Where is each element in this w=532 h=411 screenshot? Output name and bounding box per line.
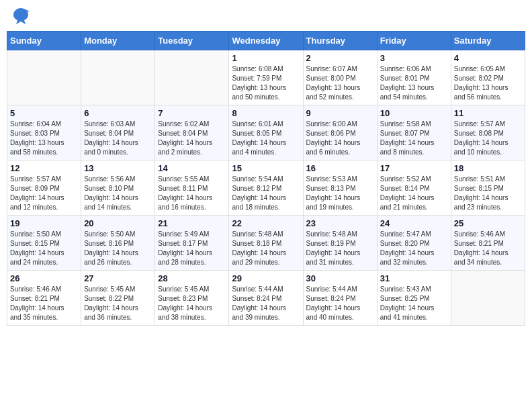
calendar-cell: 30Sunrise: 5:44 AM Sunset: 8:24 PM Dayli…: [303, 271, 377, 326]
day-number: 11: [454, 108, 522, 118]
calendar-cell: 17Sunrise: 5:52 AM Sunset: 8:14 PM Dayli…: [377, 161, 451, 216]
calendar-cell: 27Sunrise: 5:45 AM Sunset: 8:22 PM Dayli…: [81, 271, 155, 326]
col-header-sunday: Sunday: [7, 32, 81, 50]
calendar-cell: 12Sunrise: 5:57 AM Sunset: 8:09 PM Dayli…: [7, 161, 81, 216]
calendar-cell: 3Sunrise: 6:06 AM Sunset: 8:01 PM Daylig…: [377, 50, 451, 105]
calendar-cell: 5Sunrise: 6:04 AM Sunset: 8:03 PM Daylig…: [7, 105, 81, 161]
calendar-week-2: 5Sunrise: 6:04 AM Sunset: 8:03 PM Daylig…: [7, 105, 525, 161]
day-info: Sunrise: 6:05 AM Sunset: 8:02 PM Dayligh…: [454, 64, 522, 102]
calendar-table: SundayMondayTuesdayWednesdayThursdayFrid…: [7, 31, 525, 326]
day-number: 17: [380, 163, 448, 173]
day-info: Sunrise: 6:08 AM Sunset: 7:59 PM Dayligh…: [232, 64, 300, 102]
day-info: Sunrise: 5:45 AM Sunset: 8:22 PM Dayligh…: [84, 285, 152, 322]
day-info: Sunrise: 6:07 AM Sunset: 8:00 PM Dayligh…: [306, 64, 374, 102]
calendar-week-4: 19Sunrise: 5:50 AM Sunset: 8:15 PM Dayli…: [7, 216, 525, 271]
logo: [9, 7, 31, 26]
calendar-cell: 1Sunrise: 6:08 AM Sunset: 7:59 PM Daylig…: [229, 50, 303, 105]
day-number: 22: [232, 218, 300, 228]
day-info: Sunrise: 5:52 AM Sunset: 8:14 PM Dayligh…: [380, 175, 448, 212]
day-number: 5: [10, 108, 78, 118]
day-info: Sunrise: 5:46 AM Sunset: 8:21 PM Dayligh…: [454, 230, 522, 267]
calendar-cell: 29Sunrise: 5:44 AM Sunset: 8:24 PM Dayli…: [229, 271, 303, 326]
day-number: 9: [306, 108, 374, 118]
col-header-tuesday: Tuesday: [155, 32, 229, 50]
day-number: 14: [158, 163, 226, 173]
col-header-wednesday: Wednesday: [229, 32, 303, 50]
day-info: Sunrise: 5:57 AM Sunset: 8:09 PM Dayligh…: [10, 175, 78, 212]
day-info: Sunrise: 5:50 AM Sunset: 8:15 PM Dayligh…: [10, 230, 78, 267]
day-info: Sunrise: 5:49 AM Sunset: 8:17 PM Dayligh…: [158, 230, 226, 267]
day-info: Sunrise: 6:01 AM Sunset: 8:05 PM Dayligh…: [232, 120, 300, 157]
day-info: Sunrise: 6:06 AM Sunset: 8:01 PM Dayligh…: [380, 64, 448, 102]
calendar-cell: [7, 50, 81, 105]
day-info: Sunrise: 5:56 AM Sunset: 8:10 PM Dayligh…: [84, 175, 152, 212]
calendar-cell: 4Sunrise: 6:05 AM Sunset: 8:02 PM Daylig…: [451, 50, 525, 105]
col-header-friday: Friday: [377, 32, 451, 50]
calendar-cell: 10Sunrise: 5:58 AM Sunset: 8:07 PM Dayli…: [377, 105, 451, 161]
day-number: 1: [232, 53, 300, 63]
calendar-cell: [81, 50, 155, 105]
day-info: Sunrise: 5:57 AM Sunset: 8:08 PM Dayligh…: [454, 120, 522, 157]
day-info: Sunrise: 5:47 AM Sunset: 8:20 PM Dayligh…: [380, 230, 448, 267]
day-number: 12: [10, 163, 78, 173]
day-info: Sunrise: 5:53 AM Sunset: 8:13 PM Dayligh…: [306, 175, 374, 212]
page-header: [7, 7, 525, 26]
day-number: 16: [306, 163, 374, 173]
calendar-cell: 7Sunrise: 6:02 AM Sunset: 8:04 PM Daylig…: [155, 105, 229, 161]
calendar-cell: 15Sunrise: 5:54 AM Sunset: 8:12 PM Dayli…: [229, 161, 303, 216]
day-number: 6: [84, 108, 152, 118]
calendar-cell: [155, 50, 229, 105]
day-number: 23: [306, 218, 374, 228]
day-number: 2: [306, 53, 374, 63]
calendar-cell: 23Sunrise: 5:48 AM Sunset: 8:19 PM Dayli…: [303, 216, 377, 271]
day-number: 26: [10, 273, 78, 283]
day-info: Sunrise: 5:46 AM Sunset: 8:21 PM Dayligh…: [10, 285, 78, 322]
day-number: 25: [454, 218, 522, 228]
day-number: 13: [84, 163, 152, 173]
day-info: Sunrise: 5:44 AM Sunset: 8:24 PM Dayligh…: [306, 285, 374, 322]
calendar-cell: 16Sunrise: 5:53 AM Sunset: 8:13 PM Dayli…: [303, 161, 377, 216]
day-number: 20: [84, 218, 152, 228]
calendar-cell: 31Sunrise: 5:43 AM Sunset: 8:25 PM Dayli…: [377, 271, 451, 326]
calendar-cell: 22Sunrise: 5:48 AM Sunset: 8:18 PM Dayli…: [229, 216, 303, 271]
day-number: 28: [158, 273, 226, 283]
day-info: Sunrise: 6:04 AM Sunset: 8:03 PM Dayligh…: [10, 120, 78, 157]
day-number: 7: [158, 108, 226, 118]
day-number: 18: [454, 163, 522, 173]
day-number: 24: [380, 218, 448, 228]
calendar-cell: 2Sunrise: 6:07 AM Sunset: 8:00 PM Daylig…: [303, 50, 377, 105]
calendar-cell: 24Sunrise: 5:47 AM Sunset: 8:20 PM Dayli…: [377, 216, 451, 271]
day-number: 21: [158, 218, 226, 228]
day-info: Sunrise: 5:44 AM Sunset: 8:24 PM Dayligh…: [232, 285, 300, 322]
day-number: 30: [306, 273, 374, 283]
calendar-cell: 18Sunrise: 5:51 AM Sunset: 8:15 PM Dayli…: [451, 161, 525, 216]
day-number: 19: [10, 218, 78, 228]
day-info: Sunrise: 6:00 AM Sunset: 8:06 PM Dayligh…: [306, 120, 374, 157]
day-info: Sunrise: 5:48 AM Sunset: 8:18 PM Dayligh…: [232, 230, 300, 267]
day-info: Sunrise: 5:55 AM Sunset: 8:11 PM Dayligh…: [158, 175, 226, 212]
day-info: Sunrise: 5:51 AM Sunset: 8:15 PM Dayligh…: [454, 175, 522, 212]
day-number: 4: [454, 53, 522, 63]
day-info: Sunrise: 6:03 AM Sunset: 8:04 PM Dayligh…: [84, 120, 152, 157]
calendar-week-5: 26Sunrise: 5:46 AM Sunset: 8:21 PM Dayli…: [7, 271, 525, 326]
day-number: 29: [232, 273, 300, 283]
day-number: 15: [232, 163, 300, 173]
calendar-cell: 6Sunrise: 6:03 AM Sunset: 8:04 PM Daylig…: [81, 105, 155, 161]
calendar-cell: 20Sunrise: 5:50 AM Sunset: 8:16 PM Dayli…: [81, 216, 155, 271]
day-info: Sunrise: 5:58 AM Sunset: 8:07 PM Dayligh…: [380, 120, 448, 157]
calendar-week-1: 1Sunrise: 6:08 AM Sunset: 7:59 PM Daylig…: [7, 50, 525, 105]
calendar-cell: 13Sunrise: 5:56 AM Sunset: 8:10 PM Dayli…: [81, 161, 155, 216]
calendar-cell: 9Sunrise: 6:00 AM Sunset: 8:06 PM Daylig…: [303, 105, 377, 161]
day-number: 27: [84, 273, 152, 283]
day-info: Sunrise: 5:48 AM Sunset: 8:19 PM Dayligh…: [306, 230, 374, 267]
calendar-cell: 28Sunrise: 5:45 AM Sunset: 8:23 PM Dayli…: [155, 271, 229, 326]
day-number: 8: [232, 108, 300, 118]
calendar-cell: 21Sunrise: 5:49 AM Sunset: 8:17 PM Dayli…: [155, 216, 229, 271]
day-number: 10: [380, 108, 448, 118]
logo-bird-icon: [11, 7, 31, 26]
day-number: 31: [380, 273, 448, 283]
calendar-cell: 25Sunrise: 5:46 AM Sunset: 8:21 PM Dayli…: [451, 216, 525, 271]
day-info: Sunrise: 6:02 AM Sunset: 8:04 PM Dayligh…: [158, 120, 226, 157]
col-header-monday: Monday: [81, 32, 155, 50]
calendar-cell: [451, 271, 525, 326]
